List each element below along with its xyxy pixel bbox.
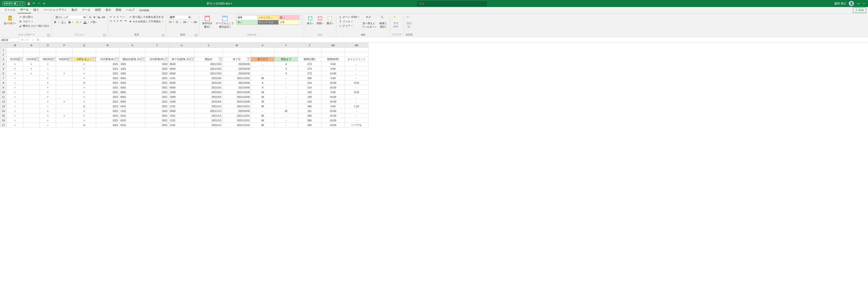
cell[interactable]: 2021 bbox=[96, 62, 120, 66]
cell[interactable]: 4 bbox=[275, 66, 298, 71]
sensitivity-button[interactable]: 🏷秘密 度 bbox=[405, 15, 413, 29]
filter-dropdown-icon[interactable]: ▼ bbox=[68, 58, 72, 61]
cell[interactable] bbox=[145, 52, 169, 57]
cell[interactable]: 2021/12/31 bbox=[223, 76, 251, 80]
cell[interactable]: ◎ bbox=[72, 80, 96, 85]
align-right-button[interactable]: ≡ bbox=[117, 19, 119, 23]
cell[interactable]: 1:10 bbox=[345, 104, 368, 109]
cell[interactable] bbox=[23, 109, 40, 113]
cell[interactable] bbox=[56, 85, 72, 90]
table-header-cell[interactable]: 日付変換(年)▼ bbox=[96, 57, 120, 62]
cell[interactable]: × bbox=[56, 113, 72, 118]
user-avatar-icon[interactable]: 👤 bbox=[849, 1, 854, 6]
cell[interactable]: 2021/1/1 bbox=[195, 113, 223, 118]
cell[interactable] bbox=[72, 52, 96, 57]
cell[interactable]: × bbox=[40, 85, 56, 90]
tab-データ[interactable]: データ bbox=[80, 7, 93, 13]
style-2[interactable]: 悪い bbox=[279, 15, 300, 20]
cell[interactable] bbox=[321, 47, 345, 52]
cell[interactable]: 2021 bbox=[96, 118, 120, 123]
row-header[interactable]: 4 bbox=[0, 62, 7, 66]
cell[interactable]: × bbox=[40, 80, 56, 85]
cell[interactable]: 2021/10/30 bbox=[223, 90, 251, 95]
tab-ページ レイアウト[interactable]: ページ レイアウト bbox=[41, 7, 69, 13]
cell[interactable] bbox=[23, 99, 40, 104]
row-header[interactable]: 9 bbox=[0, 85, 7, 90]
cell[interactable]: × bbox=[40, 76, 56, 80]
style-1[interactable]: どちらでも... bbox=[257, 15, 279, 20]
cell[interactable]: 1101 bbox=[120, 109, 145, 113]
table-header-cell[interactable]: 時刻判定▼ bbox=[40, 57, 56, 62]
table-header-cell[interactable]: 日付判定▼ bbox=[7, 57, 23, 62]
filter-dropdown-icon[interactable]: ▼ bbox=[219, 58, 222, 61]
column-header-AA[interactable]: AA bbox=[321, 43, 345, 47]
cell[interactable]: × bbox=[72, 85, 96, 90]
cell[interactable]: 2021 bbox=[96, 66, 120, 71]
filter-dropdown-icon[interactable]: ▼ bbox=[116, 58, 119, 61]
style-3[interactable]: 良い bbox=[237, 20, 257, 25]
cell[interactable] bbox=[298, 47, 321, 52]
column-header-X[interactable]: X bbox=[251, 43, 275, 47]
fx-icon[interactable]: fx bbox=[35, 38, 41, 41]
cell[interactable]: 1001 bbox=[120, 71, 145, 76]
cell[interactable] bbox=[56, 104, 72, 109]
cell[interactable]: ○ bbox=[7, 118, 23, 123]
cell[interactable]: 2021/3/1 bbox=[195, 76, 223, 80]
cell[interactable]: - bbox=[275, 123, 298, 127]
cell[interactable]: 2021/10/30 bbox=[223, 99, 251, 104]
cell[interactable]: 1001 bbox=[120, 66, 145, 71]
cell[interactable]: 2021/11/1 bbox=[195, 109, 223, 113]
cell[interactable]: - bbox=[275, 99, 298, 104]
cell[interactable] bbox=[72, 47, 96, 52]
ribbon-display-icon[interactable]: ▭ bbox=[856, 2, 860, 5]
cell[interactable]: 0:10 bbox=[345, 90, 368, 95]
table-header-cell[interactable]: 時刻判定▼ bbox=[56, 57, 72, 62]
cell[interactable]: 273 bbox=[298, 66, 321, 71]
cell[interactable]: 2021 bbox=[96, 113, 120, 118]
ideas-button[interactable]: ⚡アイ デア bbox=[392, 15, 400, 29]
column-header-V[interactable]: V bbox=[195, 43, 223, 47]
cell[interactable]: 183 bbox=[298, 99, 321, 104]
autosave-toggle[interactable]: 自動保存 オフ bbox=[2, 1, 25, 6]
format-cells-button[interactable]: 書式 bbox=[326, 15, 334, 26]
cell[interactable]: 96 bbox=[251, 113, 275, 118]
cell[interactable]: ○ bbox=[40, 104, 56, 109]
cell[interactable]: 2021 bbox=[145, 90, 169, 95]
column-header-W[interactable]: W bbox=[223, 43, 251, 47]
copy-button[interactable]: ⧉コピー bbox=[18, 20, 50, 24]
cell[interactable]: - bbox=[345, 99, 368, 104]
cell[interactable] bbox=[23, 52, 40, 57]
row-header[interactable]: 5 bbox=[0, 66, 7, 71]
cell[interactable]: 1030 bbox=[169, 99, 195, 104]
cell[interactable] bbox=[120, 47, 145, 52]
inc-decimal-button[interactable]: .00→ bbox=[182, 20, 189, 24]
row-header[interactable]: 15 bbox=[0, 113, 7, 118]
cell[interactable] bbox=[275, 52, 298, 57]
insert-cells-button[interactable]: 挿入 bbox=[306, 15, 314, 26]
cell[interactable]: 34 bbox=[251, 90, 275, 95]
cell[interactable]: 181 bbox=[298, 109, 321, 113]
cell[interactable]: 2021/9/30 bbox=[223, 85, 251, 90]
align-top-button[interactable]: ≡ bbox=[110, 15, 112, 19]
column-header-R[interactable]: R bbox=[96, 43, 120, 47]
font-color-button[interactable]: A bbox=[83, 20, 89, 24]
cell[interactable]: 2022/4/30 bbox=[223, 109, 251, 113]
cell[interactable]: 2021 bbox=[96, 76, 120, 80]
cell[interactable]: × bbox=[40, 90, 56, 95]
style-4[interactable]: チェック セル bbox=[257, 20, 279, 25]
cell[interactable] bbox=[298, 52, 321, 57]
tab-ファイル[interactable]: ファイル bbox=[2, 7, 18, 13]
cell[interactable]: 2021 bbox=[145, 99, 169, 104]
cell[interactable]: 1231 bbox=[169, 118, 195, 123]
table-header-cell[interactable]: 開始まで bbox=[275, 57, 298, 62]
cell[interactable]: - bbox=[275, 113, 298, 118]
cell[interactable]: 2021 bbox=[96, 71, 120, 76]
cell[interactable]: - bbox=[251, 62, 275, 66]
row-header[interactable]: 11 bbox=[0, 95, 7, 99]
cell[interactable]: 0501 bbox=[120, 99, 145, 104]
cell[interactable]: 365 bbox=[298, 118, 321, 123]
cell[interactable]: × bbox=[72, 113, 96, 118]
cell[interactable]: 15:00 bbox=[321, 99, 345, 104]
find-select-button[interactable]: 🔍検索と 選択 bbox=[378, 15, 388, 29]
cell[interactable]: 15:00 bbox=[321, 85, 345, 90]
